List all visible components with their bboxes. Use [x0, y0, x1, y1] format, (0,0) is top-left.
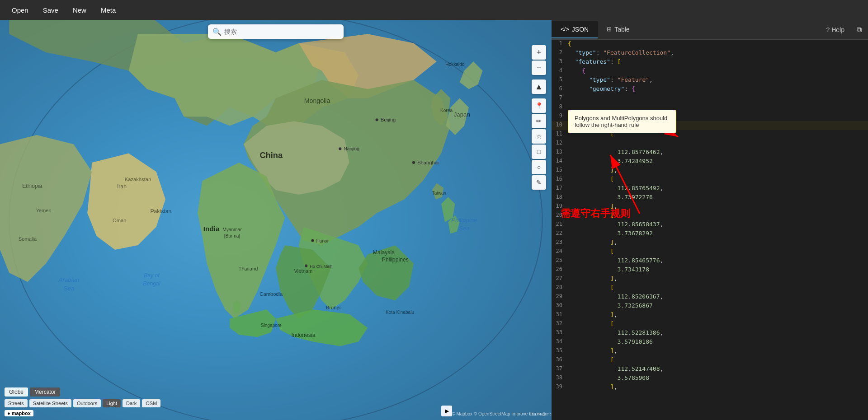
- zoom-in-button[interactable]: +: [532, 45, 546, 60]
- svg-text:Sea: Sea: [459, 225, 470, 232]
- svg-point-35: [412, 161, 415, 164]
- json-line-4: 4 {: [552, 67, 868, 76]
- svg-text:Hokkaido: Hokkaido: [445, 62, 465, 67]
- panel-tabs: </> JSON ⊞ Table ? Help ⧉: [552, 20, 868, 40]
- csdn-badge: CSDN @mc: [529, 412, 552, 416]
- line-tool[interactable]: ✏: [532, 114, 546, 128]
- svg-text:Bengal: Bengal: [143, 280, 160, 287]
- json-line-19: 19 ],: [552, 202, 868, 211]
- svg-text:Singapore: Singapore: [261, 323, 282, 328]
- menu-open[interactable]: Open: [5, 4, 35, 17]
- outdoors-style-btn[interactable]: Outdoors: [73, 399, 101, 407]
- json-line-33: 33 112.52281386,: [552, 329, 868, 338]
- json-line-16: 16 [: [552, 175, 868, 184]
- light-style-btn[interactable]: Light: [103, 399, 121, 407]
- copy-json-button[interactable]: ⧉: [852, 23, 866, 37]
- svg-text:India: India: [203, 225, 220, 233]
- svg-point-39: [311, 239, 314, 242]
- json-line-25: 25 112.85465776,: [552, 257, 868, 266]
- json-line-38: 38 3.5785908: [552, 374, 868, 383]
- json-line-28: 28 [: [552, 284, 868, 293]
- svg-text:Thailand: Thailand: [239, 266, 258, 271]
- menu-new[interactable]: New: [66, 4, 93, 17]
- svg-text:Korea: Korea: [440, 108, 453, 113]
- tooltip-warning: Polygons and MultiPolygons should follow…: [568, 110, 676, 133]
- map-svg: China India Mongolia Kazakhstan Vietnam …: [0, 20, 552, 420]
- globe-projection-btn[interactable]: Globe: [5, 387, 28, 397]
- json-tab-label: JSON: [572, 26, 589, 33]
- map-bottom-controls: Globe Mercator Streets Satellite Streets…: [5, 387, 160, 407]
- svg-text:Mongolia: Mongolia: [304, 97, 330, 104]
- edit-tool[interactable]: ✎: [532, 175, 546, 190]
- map-style-selector: Streets Satellite Streets Outdoors Light…: [5, 399, 160, 407]
- json-line-18: 18 3.73972276: [552, 193, 868, 202]
- svg-text:Vietnam: Vietnam: [294, 268, 313, 274]
- svg-text:Iran: Iran: [117, 183, 127, 190]
- svg-text:Kota Kinabalu: Kota Kinabalu: [386, 310, 414, 315]
- help-icon: ?: [826, 26, 830, 33]
- json-line-35: 35 ],: [552, 347, 868, 356]
- star-tool[interactable]: ☆: [532, 129, 546, 144]
- north-button[interactable]: ▲: [532, 79, 546, 94]
- osm-style-btn[interactable]: OSM: [142, 399, 160, 407]
- main-area: China India Mongolia Kazakhstan Vietnam …: [0, 20, 868, 420]
- right-panel: </> JSON ⊞ Table ? Help ⧉ Polygons and M…: [552, 20, 868, 420]
- svg-point-33: [376, 118, 378, 121]
- json-line-21: 21 112.85658437,: [552, 220, 868, 229]
- json-tab-icon: </>: [561, 26, 569, 33]
- help-tab[interactable]: ? Help: [819, 22, 852, 38]
- json-line-13: 13 112.85776462,: [552, 148, 868, 157]
- json-line-37: 37 112.52147408,: [552, 365, 868, 374]
- json-tab[interactable]: </> JSON: [552, 21, 598, 38]
- expand-panel-button[interactable]: ▶: [441, 406, 452, 416]
- marker-tool[interactable]: 📍: [532, 98, 546, 113]
- map-container[interactable]: China India Mongolia Kazakhstan Vietnam …: [0, 20, 552, 420]
- satellite-style-btn[interactable]: Satellite Streets: [29, 399, 71, 407]
- json-line-7: 7: [552, 94, 868, 103]
- svg-text:Myanmar: Myanmar: [222, 227, 242, 232]
- json-line-39: 39 ],: [552, 383, 868, 392]
- map-search-bar[interactable]: 🔍: [208, 24, 344, 39]
- svg-text:Shanghai: Shanghai: [417, 160, 439, 165]
- menu-meta[interactable]: Meta: [94, 4, 122, 17]
- menu-bar: Open Save New Meta: [0, 0, 868, 20]
- svg-text:Hanoi: Hanoi: [316, 238, 328, 243]
- mercator-projection-btn[interactable]: Mercator: [30, 387, 60, 397]
- table-tab[interactable]: ⊞ Table: [598, 21, 638, 38]
- svg-text:[Burma]: [Burma]: [224, 233, 241, 238]
- search-input[interactable]: [208, 24, 344, 39]
- svg-text:Cambodia: Cambodia: [259, 291, 283, 297]
- json-line-17: 17 112.85765492,: [552, 184, 868, 193]
- svg-text:Indonesia: Indonesia: [292, 332, 316, 338]
- json-line-27: 27 ],: [552, 275, 868, 284]
- dark-style-btn[interactable]: Dark: [123, 399, 140, 407]
- rect-tool[interactable]: □: [532, 145, 546, 159]
- svg-text:Kazakhstan: Kazakhstan: [125, 177, 151, 182]
- circle-tool[interactable]: ○: [532, 160, 546, 174]
- json-line-5: 5 "type": "Feature",: [552, 76, 868, 85]
- svg-text:Philippines: Philippines: [382, 257, 409, 263]
- json-line-2: 2 "type": "FeatureCollection",: [552, 49, 868, 58]
- json-line-34: 34 3.57910186: [552, 338, 868, 347]
- svg-text:Philippine: Philippine: [451, 217, 477, 224]
- svg-text:Brunei: Brunei: [326, 305, 340, 310]
- json-line-22: 22 3.73678292: [552, 229, 868, 238]
- mapbox-logo: ● mapbox: [5, 410, 33, 416]
- svg-text:Japan: Japan: [454, 111, 470, 118]
- json-editor[interactable]: Polygons and MultiPolygons should follow…: [552, 40, 868, 420]
- json-line-32: 32 [: [552, 320, 868, 329]
- streets-style-btn[interactable]: Streets: [5, 399, 28, 407]
- svg-point-37: [339, 147, 341, 150]
- json-line-3: 3 "features": [: [552, 58, 868, 67]
- svg-text:Taiwan: Taiwan: [432, 191, 447, 196]
- svg-text:Yemen: Yemen: [36, 208, 51, 213]
- menu-save[interactable]: Save: [37, 4, 65, 17]
- table-tab-label: Table: [614, 26, 629, 33]
- svg-text:Somalia: Somalia: [19, 236, 37, 242]
- zoom-out-button[interactable]: −: [532, 61, 546, 75]
- search-icon: 🔍: [212, 28, 222, 36]
- svg-text:Nanjing: Nanjing: [344, 146, 359, 151]
- json-line-15: 15 ],: [552, 166, 868, 175]
- svg-text:Arabian: Arabian: [58, 276, 80, 283]
- table-tab-icon: ⊞: [607, 26, 612, 33]
